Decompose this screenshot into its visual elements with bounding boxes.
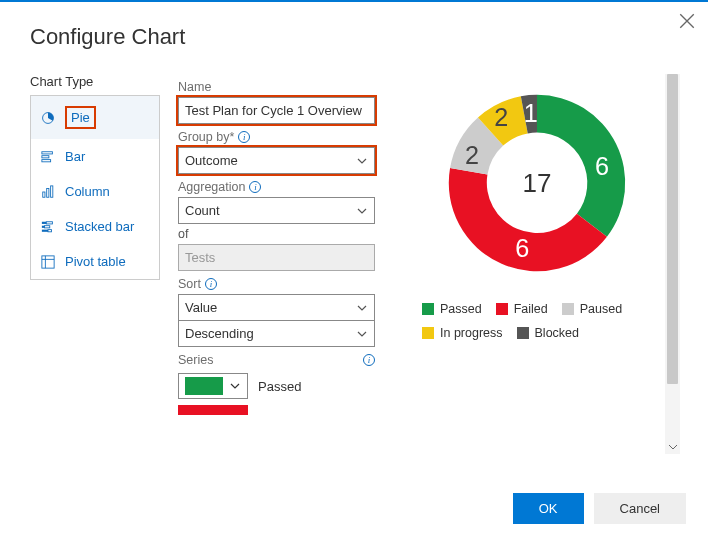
chart-type-item-bar[interactable]: Bar [31,139,159,174]
legend-item: In progress [422,326,503,340]
legend-item: Passed [422,302,482,316]
chevron-down-icon [356,328,368,340]
info-icon[interactable]: i [238,131,250,143]
chart-type-item-stackedbar[interactable]: Stacked bar [31,209,159,244]
chart-legend: Passed Failed Paused In progress Blocked [422,302,652,340]
dialog-footer: OK Cancel [513,493,686,524]
stacked-bar-chart-icon [41,220,55,234]
aggregation-value: Count [185,203,220,218]
svg-rect-1 [42,151,53,153]
chart-type-item-pivot[interactable]: Pivot table [31,244,159,279]
donut-chart: 6 6 2 2 1 17 [432,78,642,288]
chart-preview: 6 6 2 2 1 17 Passed Failed Paused In pro… [396,74,678,454]
svg-rect-11 [42,229,48,231]
sort-label-row: Sort i [178,277,375,291]
svg-rect-7 [42,221,46,223]
close-icon [678,12,696,30]
legend-swatch [562,303,574,315]
of-label: of [178,227,378,241]
sort-field-value: Value [185,300,217,315]
pivot-table-icon [41,255,55,269]
series-color-swatch-partial [178,405,248,415]
chart-type-label-pivot: Pivot table [65,254,126,269]
chart-type-section: Chart Type Pie Bar [30,74,160,454]
chart-type-label-stackedbar: Stacked bar [65,219,134,234]
svg-rect-3 [42,159,51,161]
name-value: Test Plan for Cycle 1 Overview [185,103,362,118]
info-icon[interactable]: i [249,181,261,193]
legend-item: Paused [562,302,622,316]
configure-chart-dialog: Configure Chart Chart Type Pie [0,0,708,538]
series-color-select[interactable] [178,373,248,399]
svg-rect-10 [45,225,50,227]
cancel-button[interactable]: Cancel [594,493,686,524]
svg-rect-2 [42,155,49,157]
pie-chart-icon [41,111,55,125]
chart-type-label: Chart Type [30,74,160,89]
name-label: Name [178,80,378,94]
dialog-content: Chart Type Pie Bar [30,74,678,454]
scrollbar-thumb[interactable] [667,74,678,384]
scrollbar-down-arrow[interactable] [665,439,680,454]
series-color-swatch [185,377,223,395]
chevron-down-icon [356,302,368,314]
series-row: Passed [178,373,378,399]
aggregation-label: Aggregation i [178,180,378,194]
chart-type-list: Pie Bar Column [30,95,160,280]
chart-type-label-bar: Bar [65,149,85,164]
legend-item: Failed [496,302,548,316]
svg-rect-12 [48,229,52,231]
of-value: Tests [185,250,215,265]
sort-dir-select[interactable]: Descending [178,320,375,347]
svg-rect-4 [43,192,45,197]
info-icon[interactable]: i [205,278,217,290]
legend-swatch [422,327,434,339]
svg-rect-13 [42,255,54,267]
chevron-down-icon [356,155,368,167]
series-row-partial [178,405,378,415]
series-label-row: Series i [178,353,375,367]
legend-swatch [517,327,529,339]
svg-rect-6 [51,185,53,196]
scrollbar[interactable] [665,74,680,454]
of-select: Tests [178,244,375,271]
column-chart-icon [41,185,55,199]
svg-rect-5 [47,188,49,197]
ok-button[interactable]: OK [513,493,584,524]
chart-type-item-column[interactable]: Column [31,174,159,209]
name-input[interactable]: Test Plan for Cycle 1 Overview [178,97,375,124]
config-form: Name Test Plan for Cycle 1 Overview Grou… [178,74,378,454]
legend-swatch [422,303,434,315]
chart-type-label-column: Column [65,184,110,199]
chart-type-item-pie[interactable]: Pie [31,96,159,139]
aggregation-select[interactable]: Count [178,197,375,224]
bar-chart-icon [41,150,55,164]
info-icon[interactable]: i [363,354,375,366]
groupby-select[interactable]: Outcome [178,147,375,174]
chevron-down-icon [229,380,241,392]
chevron-down-icon [356,205,368,217]
chart-type-label-pie: Pie [65,106,96,129]
sort-field-select[interactable]: Value [178,294,375,321]
close-button[interactable] [678,12,696,30]
donut-center-total: 17 [432,78,642,288]
chevron-down-icon [668,442,678,452]
sort-dir-value: Descending [185,326,254,341]
series-name: Passed [258,379,301,394]
groupby-label: Group by* i [178,130,378,144]
groupby-value: Outcome [185,153,238,168]
legend-swatch [496,303,508,315]
svg-rect-8 [46,221,52,223]
legend-item: Blocked [517,326,579,340]
dialog-title: Configure Chart [30,24,678,50]
